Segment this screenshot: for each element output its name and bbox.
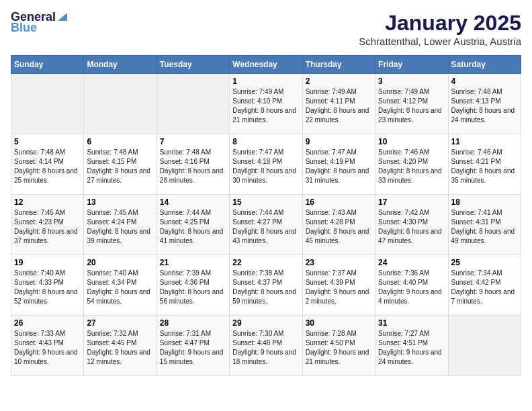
day-info: Sunrise: 7:49 AM Sunset: 4:10 PM Dayligh…: [232, 87, 299, 125]
calendar-cell: 4Sunrise: 7:48 AM Sunset: 4:13 PM Daylig…: [448, 74, 521, 134]
day-number: 26: [14, 318, 81, 328]
day-number: 6: [87, 137, 153, 146]
day-info: Sunrise: 7:30 AM Sunset: 4:48 PM Dayligh…: [232, 329, 299, 367]
day-number: 3: [378, 77, 445, 86]
day-number: 8: [232, 137, 299, 146]
day-info: Sunrise: 7:44 AM Sunset: 4:25 PM Dayligh…: [160, 208, 226, 246]
weekday-header-tuesday: Tuesday: [157, 56, 229, 74]
calendar-cell: [157, 74, 229, 134]
day-info: Sunrise: 7:37 AM Sunset: 4:39 PM Dayligh…: [306, 269, 372, 306]
day-number: 12: [14, 197, 81, 207]
calendar-week-row: 5Sunrise: 7:48 AM Sunset: 4:14 PM Daylig…: [11, 134, 521, 195]
day-number: 13: [87, 197, 153, 207]
day-info: Sunrise: 7:45 AM Sunset: 4:24 PM Dayligh…: [87, 208, 153, 246]
weekday-header-thursday: Thursday: [302, 56, 375, 74]
calendar-cell: 23Sunrise: 7:37 AM Sunset: 4:39 PM Dayli…: [302, 255, 375, 316]
day-number: 20: [87, 258, 153, 267]
calendar-week-row: 26Sunrise: 7:33 AM Sunset: 4:43 PM Dayli…: [11, 316, 521, 376]
calendar-cell: 18Sunrise: 7:41 AM Sunset: 4:31 PM Dayli…: [448, 195, 521, 255]
day-number: 11: [451, 137, 518, 146]
calendar-cell: 21Sunrise: 7:39 AM Sunset: 4:36 PM Dayli…: [157, 255, 229, 316]
day-number: 16: [306, 197, 372, 207]
calendar-cell: 28Sunrise: 7:31 AM Sunset: 4:47 PM Dayli…: [157, 316, 229, 376]
day-info: Sunrise: 7:44 AM Sunset: 4:27 PM Dayligh…: [232, 208, 299, 246]
day-info: Sunrise: 7:36 AM Sunset: 4:40 PM Dayligh…: [378, 269, 445, 306]
calendar-cell: 24Sunrise: 7:36 AM Sunset: 4:40 PM Dayli…: [375, 255, 448, 316]
day-number: 31: [378, 318, 445, 328]
calendar-cell: 1Sunrise: 7:49 AM Sunset: 4:10 PM Daylig…: [230, 74, 302, 134]
day-info: Sunrise: 7:39 AM Sunset: 4:36 PM Dayligh…: [160, 269, 226, 306]
day-info: Sunrise: 7:34 AM Sunset: 4:42 PM Dayligh…: [451, 269, 518, 306]
page-header: General Blue January 2025 Schrattenthal,…: [11, 11, 521, 47]
day-number: 27: [87, 318, 153, 328]
day-number: 4: [451, 77, 518, 86]
day-number: 30: [306, 318, 372, 328]
calendar-cell: 27Sunrise: 7:32 AM Sunset: 4:45 PM Dayli…: [84, 316, 157, 376]
calendar-cell: 26Sunrise: 7:33 AM Sunset: 4:43 PM Dayli…: [11, 316, 84, 376]
calendar-cell: 13Sunrise: 7:45 AM Sunset: 4:24 PM Dayli…: [84, 195, 157, 255]
day-number: 17: [378, 197, 445, 207]
calendar-cell: 16Sunrise: 7:43 AM Sunset: 4:28 PM Dayli…: [302, 195, 375, 255]
calendar-week-row: 19Sunrise: 7:40 AM Sunset: 4:33 PM Dayli…: [11, 255, 521, 316]
calendar-cell: 17Sunrise: 7:42 AM Sunset: 4:30 PM Dayli…: [375, 195, 448, 255]
day-number: 21: [160, 258, 226, 267]
day-info: Sunrise: 7:48 AM Sunset: 4:15 PM Dayligh…: [87, 148, 153, 185]
day-info: Sunrise: 7:32 AM Sunset: 4:45 PM Dayligh…: [87, 329, 153, 367]
calendar-cell: [448, 316, 521, 376]
day-info: Sunrise: 7:48 AM Sunset: 4:13 PM Dayligh…: [451, 87, 518, 125]
day-info: Sunrise: 7:38 AM Sunset: 4:37 PM Dayligh…: [232, 269, 299, 306]
day-info: Sunrise: 7:47 AM Sunset: 4:19 PM Dayligh…: [306, 148, 372, 185]
calendar-cell: 6Sunrise: 7:48 AM Sunset: 4:15 PM Daylig…: [84, 134, 157, 195]
day-number: 5: [14, 137, 81, 146]
calendar-cell: 5Sunrise: 7:48 AM Sunset: 4:14 PM Daylig…: [11, 134, 84, 195]
day-info: Sunrise: 7:33 AM Sunset: 4:43 PM Dayligh…: [14, 329, 81, 367]
logo-icon: [56, 10, 69, 22]
logo: General Blue: [11, 11, 69, 35]
calendar-cell: 12Sunrise: 7:45 AM Sunset: 4:23 PM Dayli…: [11, 195, 84, 255]
svg-marker-0: [58, 13, 67, 21]
day-info: Sunrise: 7:40 AM Sunset: 4:33 PM Dayligh…: [14, 269, 81, 306]
day-info: Sunrise: 7:49 AM Sunset: 4:11 PM Dayligh…: [306, 87, 372, 125]
calendar-cell: 2Sunrise: 7:49 AM Sunset: 4:11 PM Daylig…: [302, 74, 375, 134]
day-info: Sunrise: 7:47 AM Sunset: 4:18 PM Dayligh…: [232, 148, 299, 185]
calendar-cell: 29Sunrise: 7:30 AM Sunset: 4:48 PM Dayli…: [230, 316, 302, 376]
day-number: 9: [306, 137, 372, 146]
weekday-header-saturday: Saturday: [448, 56, 521, 74]
weekday-header-monday: Monday: [84, 56, 157, 74]
calendar-week-row: 1Sunrise: 7:49 AM Sunset: 4:10 PM Daylig…: [11, 74, 521, 134]
calendar-cell: 31Sunrise: 7:27 AM Sunset: 4:51 PM Dayli…: [375, 316, 448, 376]
day-number: 22: [232, 258, 299, 267]
weekday-header-friday: Friday: [375, 56, 448, 74]
calendar-cell: [84, 74, 157, 134]
calendar-cell: 8Sunrise: 7:47 AM Sunset: 4:18 PM Daylig…: [230, 134, 302, 195]
day-number: 15: [232, 197, 299, 207]
day-info: Sunrise: 7:40 AM Sunset: 4:34 PM Dayligh…: [87, 269, 153, 306]
calendar-cell: 19Sunrise: 7:40 AM Sunset: 4:33 PM Dayli…: [11, 255, 84, 316]
weekday-header-row: SundayMondayTuesdayWednesdayThursdayFrid…: [11, 56, 521, 74]
day-info: Sunrise: 7:46 AM Sunset: 4:20 PM Dayligh…: [378, 148, 445, 185]
calendar-cell: 25Sunrise: 7:34 AM Sunset: 4:42 PM Dayli…: [448, 255, 521, 316]
calendar-cell: 20Sunrise: 7:40 AM Sunset: 4:34 PM Dayli…: [84, 255, 157, 316]
day-number: 29: [232, 318, 299, 328]
weekday-header-wednesday: Wednesday: [230, 56, 302, 74]
day-info: Sunrise: 7:46 AM Sunset: 4:21 PM Dayligh…: [451, 148, 518, 185]
page-subtitle: Schrattenthal, Lower Austria, Austria: [359, 36, 521, 47]
day-info: Sunrise: 7:42 AM Sunset: 4:30 PM Dayligh…: [378, 208, 445, 246]
day-info: Sunrise: 7:41 AM Sunset: 4:31 PM Dayligh…: [451, 208, 518, 246]
day-number: 24: [378, 258, 445, 267]
day-info: Sunrise: 7:45 AM Sunset: 4:23 PM Dayligh…: [14, 208, 81, 246]
calendar-cell: 9Sunrise: 7:47 AM Sunset: 4:19 PM Daylig…: [302, 134, 375, 195]
day-info: Sunrise: 7:48 AM Sunset: 4:14 PM Dayligh…: [14, 148, 81, 185]
calendar-cell: 22Sunrise: 7:38 AM Sunset: 4:37 PM Dayli…: [230, 255, 302, 316]
day-number: 14: [160, 197, 226, 207]
calendar-cell: 14Sunrise: 7:44 AM Sunset: 4:25 PM Dayli…: [157, 195, 229, 255]
calendar-cell: 11Sunrise: 7:46 AM Sunset: 4:21 PM Dayli…: [448, 134, 521, 195]
calendar-cell: 3Sunrise: 7:49 AM Sunset: 4:12 PM Daylig…: [375, 74, 448, 134]
day-number: 28: [160, 318, 226, 328]
calendar-cell: 7Sunrise: 7:48 AM Sunset: 4:16 PM Daylig…: [157, 134, 229, 195]
day-info: Sunrise: 7:28 AM Sunset: 4:50 PM Dayligh…: [306, 329, 372, 367]
calendar-week-row: 12Sunrise: 7:45 AM Sunset: 4:23 PM Dayli…: [11, 195, 521, 255]
calendar-cell: 10Sunrise: 7:46 AM Sunset: 4:20 PM Dayli…: [375, 134, 448, 195]
calendar-cell: [11, 74, 84, 134]
calendar-cell: 15Sunrise: 7:44 AM Sunset: 4:27 PM Dayli…: [230, 195, 302, 255]
